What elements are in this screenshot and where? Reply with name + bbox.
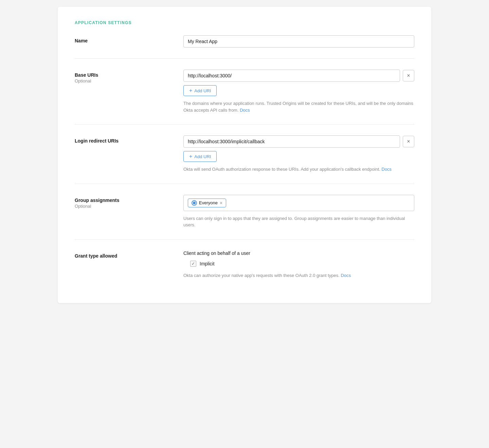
group-assignments-field-col: Everyone × Users can only sign in to app…: [183, 195, 414, 228]
base-uris-label: Base URIs: [75, 72, 183, 78]
login-redirect-input[interactable]: [183, 135, 400, 148]
base-uris-add-button[interactable]: + Add URI: [183, 85, 217, 96]
section-title: APPLICATION SETTINGS: [75, 20, 414, 25]
login-redirect-add-button[interactable]: + Add URI: [183, 151, 217, 162]
base-uris-input-row: ×: [183, 70, 414, 82]
group-everyone-remove[interactable]: ×: [220, 201, 222, 205]
group-assignments-label: Group assignments: [75, 198, 183, 203]
implicit-checkbox[interactable]: ✓: [190, 261, 196, 267]
login-redirect-docs-link[interactable]: Docs: [382, 167, 392, 172]
grant-type-docs-link[interactable]: Docs: [341, 273, 351, 278]
grant-type-label-col: Grant type allowed: [75, 250, 183, 259]
base-uris-clear-icon: ×: [407, 73, 410, 79]
group-assignments-sublabel: Optional: [75, 204, 183, 209]
grant-type-helper-text: Okta can authorize your native app's req…: [183, 273, 340, 278]
grant-type-row: Grant type allowed Client acting on beha…: [75, 250, 414, 279]
base-uris-row: Base URIs Optional × + Add URI The domai…: [75, 70, 414, 113]
login-redirect-clear-icon: ×: [407, 138, 410, 145]
name-label: Name: [75, 38, 183, 43]
group-assignments-row: Group assignments Optional Everyone × Us…: [75, 195, 414, 228]
base-uris-input[interactable]: [183, 70, 400, 82]
divider-1: [75, 58, 414, 59]
divider-3: [75, 184, 414, 184]
base-uris-add-label: Add URI: [194, 88, 211, 93]
login-redirect-add-label: Add URI: [194, 154, 211, 159]
application-settings-card: APPLICATION SETTINGS Name Base URIs Opti…: [58, 7, 431, 303]
base-uris-helper-text: The domains where your application runs.…: [183, 101, 413, 113]
login-redirect-helper: Okta will send OAuth authorization respo…: [183, 166, 414, 173]
group-assignments-input[interactable]: Everyone ×: [183, 195, 414, 211]
base-uris-docs-link[interactable]: Docs: [240, 108, 250, 113]
name-field-col: [183, 35, 414, 48]
group-everyone-label: Everyone: [199, 200, 218, 205]
login-redirect-clear-button[interactable]: ×: [403, 136, 414, 147]
login-redirect-label: Login redirect URIs: [75, 138, 183, 144]
base-uris-sublabel: Optional: [75, 78, 183, 83]
plus-icon: +: [189, 88, 192, 93]
name-label-col: Name: [75, 35, 183, 43]
login-redirect-label-col: Login redirect URIs: [75, 135, 183, 144]
implicit-checkbox-row: ✓ Implicit: [183, 261, 414, 267]
login-redirect-row: Login redirect URIs × + Add URI Okta wil…: [75, 135, 414, 173]
group-assignments-helper: Users can only sign in to apps that they…: [183, 215, 414, 228]
group-assignments-helper-text: Users can only sign in to apps that they…: [183, 216, 405, 228]
name-input[interactable]: [183, 35, 414, 48]
group-assignments-label-col: Group assignments Optional: [75, 195, 183, 209]
plus-icon-2: +: [189, 154, 192, 159]
divider-4: [75, 239, 414, 240]
group-radio-icon: [192, 200, 197, 206]
login-redirect-input-row: ×: [183, 135, 414, 148]
grant-type-label: Grant type allowed: [75, 253, 183, 259]
group-everyone-tag: Everyone ×: [188, 199, 226, 207]
divider-2: [75, 124, 414, 125]
implicit-label: Implicit: [200, 261, 215, 266]
base-uris-field-col: × + Add URI The domains where your appli…: [183, 70, 414, 113]
base-uris-label-col: Base URIs Optional: [75, 70, 183, 83]
group-radio-inner: [193, 202, 196, 204]
base-uris-clear-button[interactable]: ×: [403, 70, 414, 81]
checkmark-icon: ✓: [192, 261, 195, 266]
login-redirect-helper-text: Okta will send OAuth authorization respo…: [183, 167, 380, 172]
login-redirect-field-col: × + Add URI Okta will send OAuth authori…: [183, 135, 414, 173]
grant-type-helper: Okta can authorize your native app's req…: [183, 272, 414, 279]
grant-type-subheading: Client acting on behalf of a user: [183, 250, 414, 256]
grant-type-field-col: Client acting on behalf of a user ✓ Impl…: [183, 250, 414, 279]
name-row: Name: [75, 35, 414, 48]
base-uris-helper: The domains where your application runs.…: [183, 100, 414, 113]
